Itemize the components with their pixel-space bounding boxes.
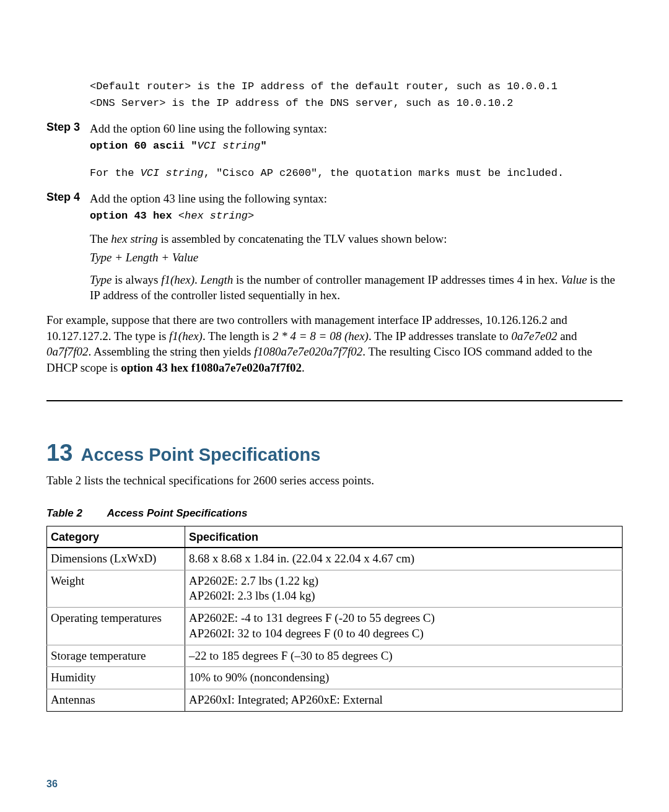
- cmd-var: VCI string: [197, 140, 260, 152]
- tlv-line: Type + Length + Value: [90, 251, 623, 264]
- step-body: Add the option 60 line using the followi…: [90, 121, 623, 137]
- section-divider: [46, 400, 623, 401]
- text-italic: 2 * 4 = 8 = 08 (hex): [273, 330, 369, 343]
- table-row: Storage temperature –22 to 185 degrees F…: [47, 645, 623, 667]
- table-row: Dimensions (LxWxD) 8.68 x 8.68 x 1.84 in…: [47, 548, 623, 570]
- text: .: [195, 273, 201, 286]
- text-italic: f1080a7e7e020a7f7f02: [254, 345, 362, 358]
- table-cell-spec: 8.68 x 8.68 x 1.84 in. (22.04 x 22.04 x …: [185, 548, 622, 570]
- section-title: Access Point Specifications: [81, 445, 321, 465]
- step-3-command: option 60 ascii "VCI string": [90, 139, 623, 154]
- text-italic: f1(hex): [169, 330, 203, 343]
- note-prefix: For the: [90, 167, 141, 179]
- text: is the number of controller management I…: [233, 273, 561, 286]
- step-label: Step 3: [46, 121, 90, 134]
- step-4-p2: Type is always f1(hex). Length is the nu…: [90, 272, 623, 303]
- code-line: <DNS Server> is the IP address of the DN…: [90, 97, 623, 111]
- page-number: 36: [46, 779, 58, 790]
- code-line: <Default router> is the IP address of th…: [90, 80, 623, 94]
- table-cell-spec: AP260xI: Integrated; AP260xE: External: [185, 689, 622, 711]
- note-suffix: , "Cisco AP c2600", the quotation marks …: [204, 167, 564, 179]
- table-cell-spec: AP2602E: -4 to 131 degrees F (-20 to 55 …: [185, 608, 622, 645]
- table-cell-category: Weight: [47, 570, 185, 607]
- table-header: Specification: [185, 526, 622, 548]
- spec-table: Category Specification Dimensions (LxWxD…: [46, 526, 623, 712]
- cmd-suffix: ": [260, 140, 266, 152]
- text: . Assembling the string then yields: [89, 345, 255, 358]
- step-3: Step 3 Add the option 60 line using the …: [46, 121, 623, 137]
- table-cell-spec: AP2602E: 2.7 lbs (1.22 kg)AP2602I: 2.3 l…: [185, 570, 622, 607]
- table-cell-category: Operating temperatures: [47, 608, 185, 645]
- section-number: 13: [46, 440, 72, 466]
- cmd-prefix: option 43 hex: [90, 210, 178, 222]
- table-cell-category: Antennas: [47, 689, 185, 711]
- step-4-command: option 43 hex <hex string>: [90, 209, 623, 224]
- table-cell-category: Humidity: [47, 667, 185, 689]
- section-lead: Table 2 lists the technical specificatio…: [46, 473, 623, 489]
- text: The: [90, 232, 111, 245]
- step-3-note: For the VCI string, "Cisco AP c2600", th…: [90, 167, 623, 181]
- table-row: Antennas AP260xI: Integrated; AP260xE: E…: [47, 689, 623, 711]
- table-caption: Table 2 Access Point Specifications: [46, 507, 623, 520]
- table-row: Humidity 10% to 90% (noncondensing): [47, 667, 623, 689]
- text-italic: hex string: [111, 232, 157, 245]
- step-label: Step 4: [46, 191, 90, 204]
- example-paragraph: For example, suppose that there are two …: [46, 312, 623, 376]
- table-caption-label: Table 2: [46, 507, 82, 520]
- cmd-prefix: option 60 ascii ": [90, 140, 197, 152]
- text: is always: [112, 273, 162, 286]
- step-text: Add the option 60 line using the followi…: [90, 122, 327, 135]
- text-italic: Length: [201, 273, 234, 286]
- step-4: Step 4 Add the option 43 line using the …: [46, 191, 623, 207]
- step-body: Add the option 43 line using the followi…: [90, 191, 623, 207]
- text: .: [302, 361, 305, 374]
- text-italic: f1(hex): [161, 273, 195, 286]
- table-cell-category: Dimensions (LxWxD): [47, 548, 185, 570]
- step-text: Add the option 43 line using the followi…: [90, 192, 327, 205]
- table-cell-spec: 10% to 90% (noncondensing): [185, 667, 622, 689]
- table-header-row: Category Specification: [47, 526, 623, 548]
- table-caption-title: Access Point Specifications: [107, 507, 248, 520]
- page: <Default router> is the IP address of th…: [0, 0, 669, 812]
- table-row: Operating temperatures AP2602E: -4 to 13…: [47, 608, 623, 645]
- text: and: [557, 330, 577, 343]
- text-italic: 0a7f7f02: [46, 345, 89, 358]
- text-italic: Value: [561, 273, 587, 286]
- cmd-var: <hex string>: [178, 210, 254, 222]
- text: . The length is: [203, 330, 273, 343]
- text-italic: Type: [90, 273, 112, 286]
- text-bold: option 43 hex f1080a7e7e020a7f7f02: [121, 361, 302, 374]
- table-header: Category: [47, 526, 185, 548]
- section-heading: 13 Access Point Specifications: [46, 440, 623, 466]
- text-italic: 0a7e7e02: [512, 330, 558, 343]
- note-var: VCI string: [141, 167, 204, 179]
- text: is assembled by concatenating the TLV va…: [158, 232, 447, 245]
- table-row: Weight AP2602E: 2.7 lbs (1.22 kg)AP2602I…: [47, 570, 623, 607]
- table-cell-category: Storage temperature: [47, 645, 185, 667]
- intro-code-block: <Default router> is the IP address of th…: [90, 80, 623, 111]
- step-4-p1: The hex string is assembled by concatena…: [90, 231, 623, 247]
- table-cell-spec: –22 to 185 degrees F (–30 to 85 degrees …: [185, 645, 622, 667]
- text: . The IP addresses translate to: [369, 330, 512, 343]
